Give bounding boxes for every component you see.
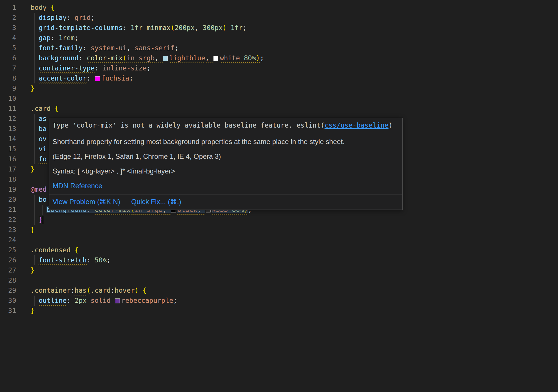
code-token: 80%	[244, 54, 256, 62]
code-token: ;	[243, 24, 247, 31]
code-token: .card	[91, 287, 111, 294]
code-line[interactable]: 6 background: color-mix(in srgb, lightbl…	[0, 53, 558, 63]
color-swatch[interactable]	[115, 298, 120, 303]
mdn-reference-link[interactable]: MDN Reference	[53, 182, 102, 190]
line-content[interactable]: background: color-mix(in srgb, lightblue…	[31, 53, 264, 63]
code-line[interactable]: 7 container-type: inline-size;	[0, 63, 558, 73]
line-content[interactable]: .condensed {	[31, 245, 79, 255]
color-swatch[interactable]	[95, 76, 100, 81]
line-content[interactable]: font-stretch: 50%;	[31, 255, 111, 265]
code-token	[139, 287, 143, 294]
line-content[interactable]: vi	[31, 144, 46, 154]
line-content[interactable]: }	[31, 225, 35, 235]
line-content[interactable]: .card {	[31, 104, 59, 114]
code-line[interactable]: 9}	[0, 83, 558, 94]
diagnostic-message: Type 'color-mix' is not a widely availab…	[49, 118, 402, 133]
line-content[interactable]: body {	[31, 3, 55, 13]
line-content[interactable]: outline: 2px solid rebeccapurple;	[31, 296, 177, 306]
code-token: ba	[39, 125, 47, 132]
code-token: ;	[173, 297, 177, 304]
code-token: ;	[107, 256, 111, 264]
quick-fix-action[interactable]: Quick Fix... (⌘.)	[131, 198, 181, 206]
line-content[interactable]: @med	[31, 184, 46, 195]
code-token: srgb	[139, 54, 155, 62]
code-line[interactable]: 8 accent-color: fuchsia;	[0, 73, 558, 83]
line-content[interactable]: container-type: inline-size;	[31, 63, 150, 73]
text-cursor	[43, 216, 43, 224]
line-content[interactable]: fo	[31, 154, 46, 164]
line-number: 22	[0, 215, 16, 225]
hover-tooltip: Type 'color-mix' is not a widely availab…	[49, 118, 403, 210]
indent-guide	[34, 73, 35, 83]
code-token: container-type	[39, 64, 95, 72]
code-token	[111, 297, 115, 304]
line-content[interactable]: grid-template-columns: 1fr minmax(200px,…	[31, 23, 247, 33]
line-number: 11	[0, 104, 16, 114]
line-number: 16	[0, 154, 16, 164]
code-line[interactable]: 30 outline: 2px solid rebeccapurple;	[0, 296, 558, 306]
view-problem-action[interactable]: View Problem (⌘K N)	[53, 198, 120, 206]
indent-guide	[34, 154, 35, 164]
code-token: :	[95, 64, 99, 72]
code-token	[83, 54, 87, 62]
doc-syntax: Syntax: [ <bg-layer> , ]* <final-bg-laye…	[53, 167, 399, 175]
code-token: }	[39, 216, 43, 223]
code-line[interactable]: 10	[0, 94, 558, 104]
code-token: ,	[127, 44, 131, 52]
code-line[interactable]: 28	[0, 275, 558, 285]
eslint-rule-link[interactable]: css/use-baseline	[325, 122, 389, 129]
line-content[interactable]: }	[31, 215, 43, 225]
line-content[interactable]: ba	[31, 124, 46, 134]
indent-guide	[34, 114, 35, 124]
diagnostic-source: eslint(	[297, 122, 325, 129]
code-token: accent-color	[39, 74, 87, 82]
code-line[interactable]: 22 }	[0, 215, 558, 225]
line-content[interactable]: gap: 1rem;	[31, 33, 79, 43]
line-content[interactable]: }	[31, 164, 35, 174]
line-content[interactable]: .container:has(.card:hover) {	[31, 285, 147, 296]
code-line[interactable]: 24	[0, 235, 558, 245]
color-swatch[interactable]	[163, 56, 168, 61]
code-line[interactable]: 31}	[0, 306, 558, 316]
line-content[interactable]: display: grid;	[31, 13, 95, 23]
code-line[interactable]: 25.condensed {	[0, 245, 558, 255]
code-line[interactable]: 1body {	[0, 3, 558, 13]
line-number: 19	[0, 184, 16, 195]
diagnostic-text: Type 'color-mix' is not a widely availab…	[53, 122, 297, 129]
line-number: 12	[0, 114, 16, 124]
line-content[interactable]: bo	[31, 195, 46, 205]
code-line[interactable]: 2 display: grid;	[0, 13, 558, 23]
line-content[interactable]: }	[31, 265, 35, 275]
line-content[interactable]: accent-color: fuchsia;	[31, 73, 133, 83]
line-content[interactable]: as	[31, 114, 46, 124]
code-line[interactable]: 11.card {	[0, 104, 558, 114]
code-token: ;	[129, 74, 133, 82]
indent-guide	[34, 255, 35, 265]
code-line[interactable]: 5 font-family: system-ui, sans-serif;	[0, 43, 558, 53]
color-swatch[interactable]	[213, 56, 218, 61]
code-line[interactable]: 3 grid-template-columns: 1fr minmax(200p…	[0, 23, 558, 33]
code-line[interactable]: 4 gap: 1rem;	[0, 33, 558, 43]
code-token: 2px	[75, 297, 87, 304]
line-content[interactable]: }	[31, 83, 35, 94]
doc-browser-support: (Edge 12, Firefox 1, Safari 1, Chrome 1,…	[53, 152, 399, 160]
code-line[interactable]: 29.container:has(.card:hover) {	[0, 285, 558, 296]
code-token: 1rem	[59, 34, 75, 42]
code-line[interactable]: 23}	[0, 225, 558, 235]
line-number: 30	[0, 296, 16, 306]
code-token: 300px	[203, 24, 223, 31]
line-content[interactable]: }	[31, 306, 35, 316]
line-content[interactable]: ov	[31, 134, 46, 144]
code-token: :	[70, 287, 75, 294]
code-token: :	[67, 14, 71, 21]
code-token	[199, 24, 203, 31]
code-line[interactable]: 27}	[0, 265, 558, 275]
code-token: )	[135, 287, 139, 294]
line-content[interactable]: font-family: system-ui, sans-serif;	[31, 43, 178, 53]
code-token: font-stretch	[39, 256, 87, 264]
line-number: 29	[0, 285, 16, 296]
code-line[interactable]: 26 font-stretch: 50%;	[0, 255, 558, 265]
code-token: font-family	[39, 44, 83, 52]
code-token	[91, 74, 95, 82]
code-token: :	[79, 54, 83, 62]
